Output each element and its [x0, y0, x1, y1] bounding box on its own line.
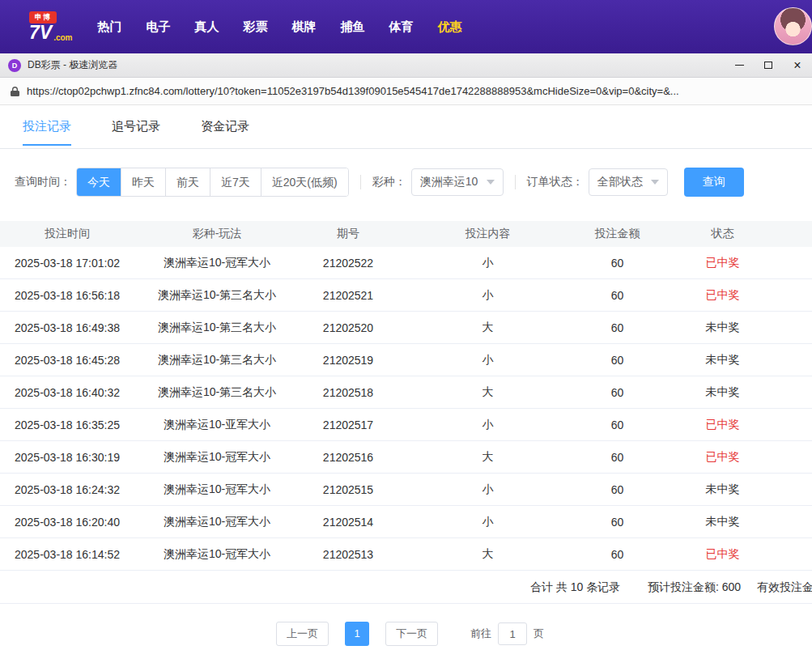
browser-title-bar: D DB彩票 - 极速浏览器 ×	[0, 53, 812, 78]
table-row: 2025-03-18 16:40:32 澳洲幸运10-第三名大小 2120251…	[0, 376, 812, 409]
cell-issue: 21202520	[300, 321, 397, 334]
table-row: 2025-03-18 16:49:38 澳洲幸运10-第三名大小 2120252…	[0, 312, 812, 344]
cell-amount: 60	[579, 321, 656, 334]
maximize-button[interactable]	[754, 53, 783, 77]
goto-page-unit: 页	[534, 627, 544, 641]
cell-content: 大	[397, 547, 579, 562]
page-number-current[interactable]: 1	[345, 622, 369, 646]
col-issue: 期号	[300, 227, 397, 241]
nav-item-hot[interactable]: 热门	[85, 15, 134, 40]
user-avatar[interactable]	[774, 7, 812, 45]
time-option-20days[interactable]: 近20天(低频)	[261, 168, 348, 196]
time-option-7days[interactable]: 近7天	[210, 168, 261, 196]
cell-amount: 60	[579, 354, 656, 367]
nav-item-sports[interactable]: 体育	[376, 15, 425, 40]
cell-amount: 60	[579, 257, 656, 270]
tab-bet-records[interactable]: 投注记录	[23, 105, 71, 148]
cell-bet-time: 2025-03-18 16:56:18	[0, 289, 134, 302]
cell-status: 已中奖	[656, 288, 789, 303]
top-navbar: 申博 7V .com 热门 电子 真人 彩票 棋牌 捕鱼 体育 优惠	[0, 0, 812, 53]
cell-content: 小	[397, 256, 579, 270]
nav-item-promo[interactable]: 优惠	[425, 15, 474, 40]
cell-game: 澳洲幸运10-第三名大小	[134, 288, 300, 303]
cell-game: 澳洲幸运10-冠军大小	[134, 482, 300, 497]
time-option-day-before[interactable]: 前天	[165, 168, 210, 196]
maximize-icon	[764, 62, 772, 69]
minimize-button[interactable]	[725, 53, 754, 77]
order-status-select[interactable]: 全部状态	[589, 168, 668, 196]
record-count-text: 合计 共 10 条记录	[530, 571, 620, 604]
cell-issue: 21202522	[300, 257, 397, 270]
cell-bet-time: 2025-03-18 16:30:19	[0, 451, 134, 464]
tab-chase-records[interactable]: 追号记录	[112, 105, 160, 148]
records-table: 投注时间 彩种-玩法 期号 投注内容 投注金额 状态 2025-03-18 17…	[0, 221, 812, 571]
cell-issue: 21202515	[300, 483, 397, 496]
filter-divider	[515, 175, 516, 189]
cell-content: 大	[397, 385, 579, 400]
table-row: 2025-03-18 16:14:52 澳洲幸运10-冠军大小 21202513…	[0, 538, 812, 571]
cell-amount: 60	[579, 451, 656, 464]
cell-issue: 21202517	[300, 418, 397, 431]
cell-issue: 21202513	[300, 548, 397, 561]
pagination: 上一页 1 下一页 前往 页	[0, 622, 812, 646]
site-logo[interactable]: 申博 7V .com	[29, 11, 72, 42]
main-nav: 热门 电子 真人 彩票 棋牌 捕鱼 体育 优惠	[85, 15, 474, 40]
table-row: 2025-03-18 16:20:40 澳洲幸运10-冠军大小 21202514…	[0, 506, 812, 538]
nav-item-fishing[interactable]: 捕鱼	[328, 15, 376, 40]
filter-divider	[360, 175, 361, 189]
cell-amount: 60	[579, 289, 656, 302]
cell-status: 已中奖	[656, 547, 789, 562]
cell-amount: 60	[579, 516, 656, 529]
lottery-filter-label: 彩种：	[372, 175, 406, 189]
prev-page-button[interactable]: 上一页	[276, 622, 329, 646]
next-page-button[interactable]: 下一页	[385, 622, 438, 646]
status-filter-label: 订单状态：	[527, 175, 584, 189]
close-button[interactable]: ×	[783, 53, 812, 77]
cell-bet-time: 2025-03-18 16:45:28	[0, 354, 134, 367]
cell-game: 澳洲幸运10-冠军大小	[134, 515, 300, 529]
address-bar[interactable]: https://ctop02pchwp1.zfnc84.com/lottery/…	[0, 78, 812, 105]
cell-status: 未中奖	[656, 482, 789, 497]
nav-item-cards[interactable]: 棋牌	[279, 15, 328, 40]
table-row: 2025-03-18 16:56:18 澳洲幸运10-第三名大小 2120252…	[0, 279, 812, 312]
lottery-select[interactable]: 澳洲幸运10	[411, 168, 504, 196]
cell-game: 澳洲幸运10-冠军大小	[134, 450, 300, 465]
nav-item-live[interactable]: 真人	[182, 15, 231, 40]
col-amount: 投注金额	[579, 227, 656, 241]
cell-status: 未中奖	[656, 353, 789, 367]
cell-content: 大	[397, 321, 579, 335]
cell-bet-time: 2025-03-18 16:35:25	[0, 418, 134, 431]
goto-label: 前往	[470, 627, 491, 641]
cell-content: 小	[397, 482, 579, 497]
goto-page-input[interactable]	[498, 622, 527, 645]
search-button[interactable]: 查询	[684, 168, 744, 197]
time-option-today[interactable]: 今天	[77, 168, 121, 196]
cell-content: 大	[397, 450, 579, 465]
chevron-down-icon	[651, 180, 659, 185]
nav-item-lottery[interactable]: 彩票	[231, 15, 279, 40]
valid-amount-text: 有效投注金额: 600	[757, 571, 812, 604]
col-status: 状态	[656, 227, 789, 241]
cell-bet-time: 2025-03-18 16:40:32	[0, 386, 134, 399]
cell-content: 小	[397, 418, 579, 432]
logo-main: 7V	[29, 23, 52, 42]
cell-game: 澳洲幸运10-第三名大小	[134, 385, 300, 400]
cell-amount: 60	[579, 418, 656, 431]
table-row: 2025-03-18 16:35:25 澳洲幸运10-亚军大小 21202517…	[0, 409, 812, 441]
cell-status: 未中奖	[656, 515, 789, 529]
tab-fund-records[interactable]: 资金记录	[201, 105, 249, 148]
cell-content: 小	[397, 515, 579, 529]
cell-content: 小	[397, 288, 579, 303]
cell-game: 澳洲幸运10-第三名大小	[134, 353, 300, 367]
expected-amount-text: 预计投注金额: 600	[648, 571, 741, 604]
nav-item-electronic[interactable]: 电子	[134, 15, 182, 40]
cell-status: 未中奖	[656, 385, 789, 400]
cell-issue: 21202514	[300, 516, 397, 529]
cell-bet-time: 2025-03-18 16:49:38	[0, 321, 134, 334]
window-controls: ×	[725, 53, 812, 77]
col-content: 投注内容	[397, 227, 579, 241]
cell-issue: 21202519	[300, 354, 397, 367]
time-option-yesterday[interactable]: 昨天	[121, 168, 165, 196]
table-row: 2025-03-18 16:24:32 澳洲幸运10-冠军大小 21202515…	[0, 474, 812, 506]
goto-page-group: 前往 页	[470, 622, 544, 645]
